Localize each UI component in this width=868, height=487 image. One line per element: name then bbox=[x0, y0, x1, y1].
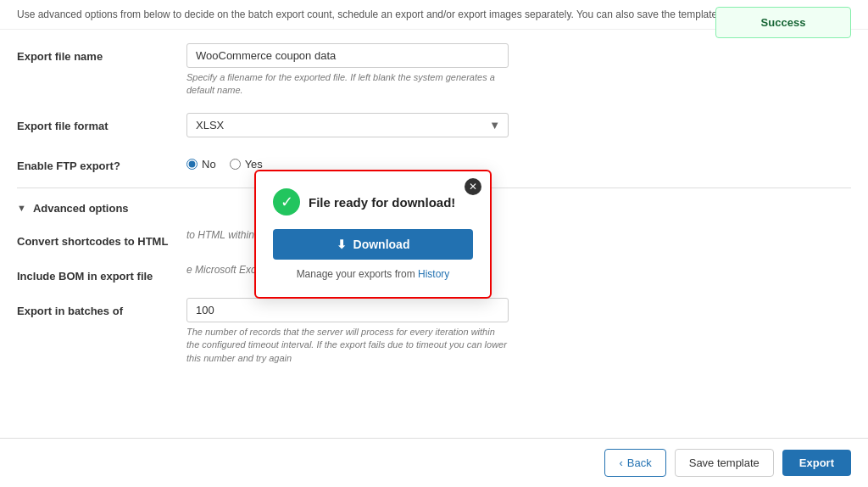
export-file-name-hint: Specify a filename for the exported file… bbox=[186, 71, 509, 98]
modal-footer-text: Manage your exports from bbox=[297, 268, 418, 280]
modal-title: File ready for download! bbox=[309, 195, 455, 210]
export-batches-label: Export in batches of bbox=[17, 298, 186, 317]
convert-shortcodes-label: Convert shortcodes to HTML bbox=[17, 228, 186, 248]
export-file-format-row: Export file format XLSX CSV JSON ▼ bbox=[17, 113, 851, 137]
export-file-name-control: Specify a filename for the exported file… bbox=[186, 43, 851, 98]
download-modal: ✕ ✓ File ready for download! ⬇ Download … bbox=[254, 170, 492, 299]
bottom-footer: ‹ Back Save template Export bbox=[0, 438, 868, 487]
export-file-name-input[interactable] bbox=[186, 43, 509, 68]
export-file-name-label: Export file name bbox=[17, 43, 186, 63]
ftp-yes-label: Yes bbox=[245, 158, 263, 171]
export-batches-row: Export in batches of The number of recor… bbox=[17, 298, 851, 365]
include-bom-label: Include BOM in export file bbox=[17, 263, 186, 283]
ftp-no-label: No bbox=[202, 158, 216, 171]
save-template-button[interactable]: Save template bbox=[675, 449, 774, 477]
success-toast-label: Success bbox=[761, 16, 806, 29]
export-batches-control: The number of records that the server wi… bbox=[186, 298, 851, 365]
download-icon: ⬇ bbox=[337, 238, 347, 251]
download-button[interactable]: ⬇ Download bbox=[273, 229, 473, 260]
ftp-radio-group: No Yes bbox=[186, 153, 851, 171]
history-link[interactable]: History bbox=[418, 268, 449, 280]
export-label: Export bbox=[799, 456, 834, 469]
chevron-down-icon: ▼ bbox=[17, 203, 26, 213]
back-label: Back bbox=[627, 456, 652, 469]
export-file-format-label: Export file format bbox=[17, 113, 186, 132]
export-file-format-select-wrapper: XLSX CSV JSON ▼ bbox=[186, 113, 509, 137]
modal-footer: Manage your exports from History bbox=[273, 268, 473, 280]
modal-close-button[interactable]: ✕ bbox=[465, 178, 481, 195]
back-button[interactable]: ‹ Back bbox=[604, 449, 665, 477]
ftp-yes-option[interactable]: Yes bbox=[230, 158, 263, 171]
back-arrow-icon: ‹ bbox=[619, 456, 622, 469]
enable-ftp-label: Enable FTP export? bbox=[17, 153, 186, 172]
success-toast: Success bbox=[715, 7, 851, 38]
enable-ftp-control: No Yes bbox=[186, 153, 851, 171]
save-template-label: Save template bbox=[689, 456, 760, 469]
export-batches-input[interactable] bbox=[186, 298, 509, 322]
ftp-no-option[interactable]: No bbox=[186, 158, 216, 171]
advanced-options-title: Advanced options bbox=[33, 202, 129, 215]
export-batches-hint: The number of records that the server wi… bbox=[186, 326, 509, 365]
success-check-icon: ✓ bbox=[273, 188, 300, 216]
page-wrapper: Use advanced options from below to decid… bbox=[0, 0, 868, 487]
page-description-text: Use advanced options from below to decid… bbox=[17, 8, 815, 20]
modal-header: ✓ File ready for download! bbox=[273, 188, 473, 216]
ftp-yes-radio[interactable] bbox=[230, 159, 241, 170]
download-label: Download bbox=[353, 238, 410, 251]
export-file-format-select[interactable]: XLSX CSV JSON bbox=[186, 113, 509, 137]
export-file-format-control: XLSX CSV JSON ▼ bbox=[186, 113, 851, 137]
ftp-no-radio[interactable] bbox=[186, 159, 198, 170]
export-file-name-row: Export file name Specify a filename for … bbox=[17, 43, 851, 98]
export-button[interactable]: Export bbox=[782, 450, 851, 476]
